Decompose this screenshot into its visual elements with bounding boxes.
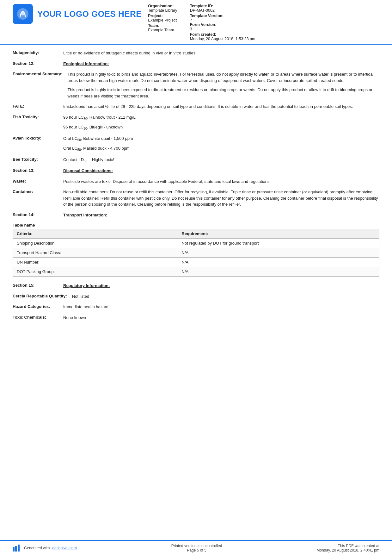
waste-value: Pesticide wastes are toxic. Dispose of i…	[63, 178, 379, 185]
svg-rect-3	[15, 546, 17, 552]
mutagenicity-label: Mutagenicity:	[13, 50, 63, 56]
requirement-cell: Not regulated by DOT for ground transpor…	[178, 239, 379, 248]
content: Mutagenicity: Little or no evidence of m…	[0, 45, 392, 540]
section13-heading: Disposal Considerations:	[63, 168, 379, 174]
cercla-row: Cercla Reportable Quantity: Not listed	[13, 291, 379, 302]
table-row: Shipping Description:Not regulated by DO…	[13, 239, 379, 248]
version-line: Template Version: 7 Form Version: 3	[190, 14, 255, 31]
mutagenicity-row: Mutagenicity: Little or no evidence of m…	[13, 48, 379, 59]
avian-toxicity-label: Avian Toxicity:	[13, 135, 63, 152]
transport-table: Criteria: Requirement: Shipping Descript…	[13, 229, 379, 277]
header: YOUR LOGO GOES HERE Organisation: Templa…	[0, 0, 392, 45]
section15-row: Section 15: Regulatory Information:	[13, 280, 379, 291]
logo-icon	[13, 4, 33, 24]
hazard-categories-label: Hazard Categories:	[13, 304, 63, 310]
environmental-summary-value: This product is highly toxic to birds an…	[68, 71, 380, 99]
fish-toxicity-label: Fish Toxicity:	[13, 114, 63, 131]
section12-row: Section 12: Ecological Information:	[13, 59, 379, 69]
toxic-chemicals-row: Toxic Chemicals: None known	[13, 312, 379, 323]
bee-toxicity-label: Bee Toxicity:	[13, 157, 63, 164]
table-row: DOT Packing Group:N/A	[13, 267, 379, 277]
bee-toxicity-row: Bee Toxicity: Contact LD50 – Highly toxi…	[13, 154, 379, 166]
section13-label: Section 13:	[13, 168, 63, 174]
pdf-created-text: This PDF was created at	[316, 544, 379, 548]
footer: Generated with dashpivot.com Printed ver…	[0, 540, 392, 555]
criteria-cell: Shipping Description:	[13, 239, 178, 248]
section13-row: Section 13: Disposal Considerations:	[13, 165, 379, 176]
toxic-chemicals-value: None known	[63, 315, 379, 321]
logo-area: YOUR LOGO GOES HERE	[13, 4, 142, 24]
dashpivot-icon	[13, 545, 21, 552]
avian-toxicity-row: Avian Toxicity: Oral LC50, Bobwhite quai…	[13, 133, 379, 154]
org-line: Organisation: Template Library	[148, 4, 177, 13]
requirement-cell: N/A	[178, 248, 379, 258]
header-meta-left: Organisation: Template Library Project: …	[148, 4, 177, 41]
page-number: Page 5 of 5	[171, 548, 222, 552]
generated-text: Generated with	[24, 546, 50, 550]
cercla-label: Cercla Reportable Quantity:	[13, 293, 72, 300]
container-row: Container: Non-refillable containers: Do…	[13, 187, 379, 210]
fate-row: FATE: Imidacloprid has a soil ½ life of …	[13, 101, 379, 112]
section14-label: Section 14:	[13, 212, 63, 218]
transport-table-body: Shipping Description:Not regulated by DO…	[13, 239, 379, 277]
section12-label: Section 12:	[13, 61, 63, 67]
toxic-chemicals-label: Toxic Chemicals:	[13, 315, 63, 321]
requirement-header: Requirement:	[178, 229, 379, 239]
dashpivot-link[interactable]: dashpivot.com	[52, 546, 77, 550]
container-label: Container:	[13, 189, 63, 208]
section12-heading: Ecological Information:	[63, 61, 379, 67]
fish-toxicity-row: Fish Toxicity: 96 hour LC50, Rainbow tro…	[13, 112, 379, 133]
mutagenicity-value: Little or no evidence of mutagenic effec…	[63, 50, 379, 56]
fate-value: Imidacloprid has a soil ½ life of 29 - 2…	[63, 103, 379, 110]
bee-toxicity-value: Contact LD50 – Highly toxic!	[63, 157, 379, 164]
requirement-cell: N/A	[178, 258, 379, 267]
table-row: Transport Hazard Class:N/A	[13, 248, 379, 258]
waste-row: Waste: Pesticide wastes are toxic. Dispo…	[13, 176, 379, 187]
hazard-categories-row: Hazard Categories: Immediate health haza…	[13, 302, 379, 312]
fate-label: FATE:	[13, 103, 63, 110]
logo-text: YOUR LOGO GOES HERE	[37, 9, 142, 19]
section14-row: Section 14: Transport Information:	[13, 210, 379, 221]
section14-heading: Transport Information:	[63, 212, 379, 218]
team-line: Team: Example Team	[148, 23, 177, 32]
fish-toxicity-value: 96 hour LC50, Rainbow trout - 211 mg/L 9…	[63, 114, 379, 131]
section15-label: Section 15:	[13, 283, 63, 289]
header-meta: Organisation: Template Library Project: …	[142, 4, 379, 41]
pdf-created-date: Monday, 20 August 2018, 2:40:41 pm	[316, 548, 379, 552]
criteria-cell: DOT Packing Group:	[13, 267, 178, 277]
header-meta-right: Template ID: DP-MAT-0002 Template Versio…	[190, 4, 255, 41]
criteria-cell: UN Number:	[13, 258, 178, 267]
svg-point-1	[21, 12, 24, 16]
form-created-line: Form created: Monday, 20 August 2018, 1:…	[190, 32, 255, 41]
avian-toxicity-value: Oral LC50, Bobwhite quail - 1,500 ppm Or…	[63, 135, 379, 152]
footer-center: Printed version is uncontrolled Page 5 o…	[171, 544, 222, 552]
hazard-categories-value: Immediate health hazard	[63, 304, 379, 310]
svg-rect-4	[18, 545, 20, 552]
footer-left: Generated with dashpivot.com	[13, 545, 77, 552]
cercla-value: Not listed	[72, 293, 379, 300]
table-header-row: Criteria: Requirement:	[13, 229, 379, 239]
criteria-cell: Transport Hazard Class:	[13, 248, 178, 258]
section15-heading: Regulatory Information:	[63, 283, 379, 289]
table-row: UN Number:N/A	[13, 258, 379, 267]
environmental-summary-label: Environmental Summary:	[13, 71, 68, 99]
table-name: Table name	[13, 223, 379, 228]
footer-right: This PDF was created at Monday, 20 Augus…	[316, 544, 379, 552]
waste-label: Waste:	[13, 178, 63, 185]
container-value: Non-refillable containers: Do not reuse …	[63, 189, 379, 208]
requirement-cell: N/A	[178, 267, 379, 277]
page: YOUR LOGO GOES HERE Organisation: Templa…	[0, 0, 392, 555]
project-line: Project: Example Project	[148, 14, 177, 22]
svg-rect-2	[13, 547, 15, 552]
criteria-header: Criteria:	[13, 229, 178, 239]
template-id-line: Template ID: DP-MAT-0002	[190, 4, 255, 13]
environmental-summary-row: Environmental Summary: This product is h…	[13, 69, 379, 101]
uncontrolled-text: Printed version is uncontrolled	[171, 544, 222, 548]
